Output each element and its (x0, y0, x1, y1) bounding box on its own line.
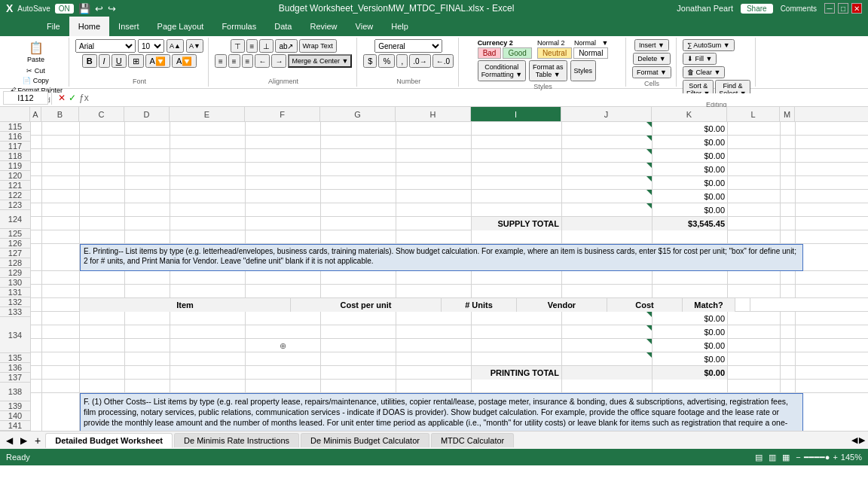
cell-a132[interactable] (31, 366, 42, 380)
cell-h125[interactable] (396, 271, 472, 285)
tab-file[interactable]: File (38, 17, 69, 36)
cell-m128[interactable] (781, 312, 796, 325)
cell-d117[interactable] (125, 149, 170, 163)
cell-c118[interactable] (80, 163, 125, 176)
cell-f131[interactable] (246, 352, 321, 366)
share-button[interactable]: Share (741, 4, 773, 14)
cell-f118[interactable] (246, 163, 321, 176)
cell-b133[interactable] (42, 380, 80, 393)
cell-h133[interactable] (396, 380, 472, 393)
cell-e116[interactable] (170, 136, 246, 149)
cell-b118[interactable] (42, 163, 80, 176)
cell-f119[interactable] (246, 176, 321, 190)
cell-a122[interactable] (31, 217, 42, 230)
cell-m119[interactable] (781, 176, 796, 190)
cell-h118[interactable] (396, 163, 472, 176)
align-bottom-button[interactable]: ⊥ (259, 39, 274, 53)
cell-j131[interactable] (562, 352, 653, 366)
cell-i131[interactable] (472, 352, 562, 366)
tab-insert[interactable]: Insert (109, 17, 148, 36)
cell-e131[interactable] (170, 352, 246, 366)
cell-g132[interactable] (321, 366, 396, 380)
cell-b127[interactable] (42, 298, 80, 312)
cell-f120[interactable] (246, 190, 321, 203)
cell-m129[interactable] (781, 325, 796, 339)
cell-b119[interactable] (42, 176, 80, 190)
tab-view[interactable]: View (347, 17, 383, 36)
cell-g116[interactable] (321, 136, 396, 149)
cell-e128[interactable] (170, 312, 246, 325)
cell-c131[interactable] (80, 352, 125, 366)
cell-d129[interactable] (125, 325, 170, 339)
cell-d131[interactable] (125, 352, 170, 366)
fill-color-button[interactable]: A🔽 (145, 54, 170, 68)
cell-k130[interactable]: $0.00 (653, 339, 728, 352)
cell-m121[interactable] (781, 203, 796, 217)
cell-l115[interactable] (728, 122, 781, 136)
cut-button[interactable]: ✂ Cut (8, 66, 64, 75)
cell-g115[interactable] (321, 122, 396, 136)
cell-m126[interactable] (781, 285, 796, 298)
cell-d125[interactable] (125, 271, 170, 285)
cell-c129[interactable] (80, 325, 125, 339)
indent-less-button[interactable]: ← (255, 54, 270, 68)
cell-i125[interactable] (472, 271, 562, 285)
insert-cells-button[interactable]: Insert ▼ (634, 39, 669, 51)
cell-m116[interactable] (781, 136, 796, 149)
comma-button[interactable]: , (396, 54, 408, 68)
cell-e119[interactable] (170, 176, 246, 190)
cell-e132[interactable] (170, 366, 246, 380)
cell-g122[interactable] (321, 217, 396, 230)
cell-e121[interactable] (170, 203, 246, 217)
cell-b129[interactable] (42, 325, 80, 339)
cell-cost-per-unit-header[interactable]: Cost per unit (291, 298, 442, 312)
scroll-right-icon[interactable]: ▶ (859, 435, 865, 445)
cell-l129[interactable] (728, 325, 781, 339)
cell-m125[interactable] (781, 271, 796, 285)
cell-m120[interactable] (781, 190, 796, 203)
cell-a130[interactable] (31, 339, 42, 352)
font-family-select[interactable]: Arial (75, 39, 136, 53)
cell-j132[interactable] (562, 366, 653, 380)
sheet-tab-detailed-budget[interactable]: Detailed Budget Worksheet (45, 433, 173, 448)
zoom-in-button[interactable]: + (833, 453, 837, 462)
cell-a115[interactable] (31, 122, 42, 136)
cell-l126[interactable] (728, 285, 781, 298)
cell-d118[interactable] (125, 163, 170, 176)
cell-l130[interactable] (728, 339, 781, 352)
tab-review[interactable]: Review (301, 17, 346, 36)
cell-f122[interactable] (246, 217, 321, 230)
view-preview-button[interactable]: ▦ (782, 453, 790, 462)
cell-styles-button[interactable]: Styles (570, 60, 597, 81)
col-header-e[interactable]: E (170, 107, 245, 121)
cell-i126[interactable] (472, 285, 562, 298)
cell-d130[interactable] (125, 339, 170, 352)
border-button[interactable]: ⊞ (128, 54, 144, 68)
cell-printing-total-label[interactable]: PRINTING TOTAL (472, 366, 562, 380)
cell-h116[interactable] (396, 136, 472, 149)
cell-j122[interactable] (562, 217, 653, 230)
tab-home[interactable]: Home (69, 17, 109, 36)
good-style[interactable]: Good (503, 47, 531, 59)
cell-j123[interactable] (562, 230, 653, 244)
add-sheet-button[interactable]: + (32, 435, 44, 447)
cell-c116[interactable] (80, 136, 125, 149)
cell-h115[interactable] (396, 122, 472, 136)
cell-b125[interactable] (42, 271, 80, 285)
cell-i115[interactable] (472, 122, 562, 136)
cell-e123[interactable] (170, 230, 246, 244)
cell-e118[interactable] (170, 163, 246, 176)
cell-d133[interactable] (125, 380, 170, 393)
cell-e125[interactable] (170, 271, 246, 285)
cell-a116[interactable] (31, 136, 42, 149)
cell-d126[interactable] (125, 285, 170, 298)
cell-k116[interactable]: $0.00 (653, 136, 728, 149)
cell-f126[interactable] (246, 285, 321, 298)
cell-l132[interactable] (728, 366, 781, 380)
percent-button[interactable]: % (378, 54, 395, 68)
close-button[interactable]: ✕ (851, 3, 862, 14)
cell-h126[interactable] (396, 285, 472, 298)
cell-c130[interactable] (80, 339, 125, 352)
cell-g123[interactable] (321, 230, 396, 244)
cell-l125[interactable] (728, 271, 781, 285)
